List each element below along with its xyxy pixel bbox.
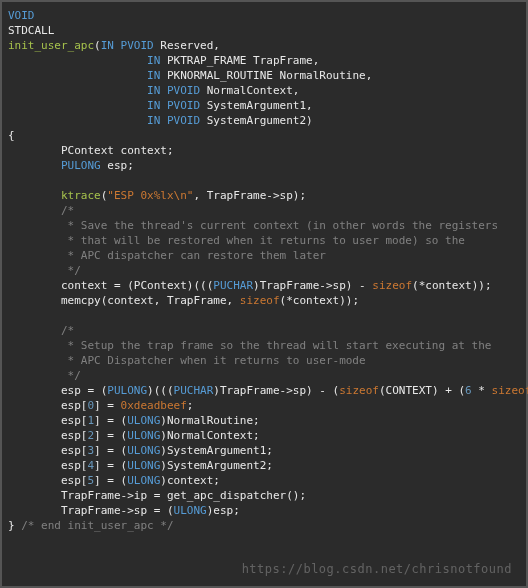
code-token: * that will be restored when it returns … [8,234,465,247]
code-line: ktrace("ESP 0x%lx\n", TrapFrame->sp); [8,189,306,202]
code-line: IN PKTRAP_FRAME TrapFrame, [8,54,319,67]
code-token: esp = ( [8,384,107,397]
code-token: (context, TrapFrame, [101,294,240,307]
code-token: "ESP 0x%lx\n" [107,189,193,202]
code-token: SystemArgument1, [200,99,313,112]
code-token: Reserved, [154,39,220,52]
code-token: ULONG [127,459,160,472]
code-token: ] = ( [94,429,127,442]
code-token: ] = ( [94,414,127,427]
code-token: )esp; [207,504,240,517]
code-token: get_apc_dispatcher [167,489,286,502]
code-line: esp[2] = (ULONG)NormalContext; [8,429,260,442]
code-token: context = (PContext)((( [8,279,213,292]
code-token: * [472,384,492,397]
code-token [8,309,15,322]
code-block: VOID STDCALL init_user_apc(IN PVOID Rese… [8,8,520,533]
code-line: TrapFrame->sp = (ULONG)esp; [8,504,240,517]
code-token: (*context)); [280,294,359,307]
code-line: context = (PContext)(((PUCHAR)TrapFrame-… [8,279,492,292]
code-line: } /* end init_user_apc */ [8,519,174,532]
code-token: esp[ [8,474,87,487]
code-token: )NormalContext; [160,429,259,442]
code-line: IN PVOID SystemArgument2) [8,114,313,127]
code-token [8,189,61,202]
code-line: * Setup the trap frame so the thread wil… [8,339,491,352]
code-token: TrapFrame->ip = [8,489,167,502]
code-token: )TrapFrame->sp) - ( [213,384,339,397]
code-token: init_user_apc [8,39,94,52]
code-editor-frame: { "colors": { "type": "#569cd6", "kw_in"… [0,0,528,588]
code-token: PVOID [121,39,154,52]
code-token: IN [147,69,167,82]
code-token: IN [101,39,121,52]
code-token: * Save the thread's current context (in … [8,219,498,232]
code-token: } [8,519,21,532]
code-line: { [8,129,15,142]
code-token: )SystemArgument1; [160,444,273,457]
code-token [8,114,147,127]
code-token: )NormalRoutine; [160,414,259,427]
code-token: ULONG [127,414,160,427]
code-token: { [8,129,15,142]
code-token: )SystemArgument2; [160,459,273,472]
code-token: VOID [8,9,35,22]
code-token [8,69,147,82]
code-token: , TrapFrame->sp); [193,189,306,202]
code-line: */ [8,264,81,277]
code-token: PULONG [107,384,147,397]
code-token: sizeof [240,294,280,307]
code-token [8,159,61,172]
code-token: /* end init_user_apc */ [21,519,173,532]
code-token: sizeof [492,384,528,397]
code-line: * Save the thread's current context (in … [8,219,498,232]
code-line: /* [8,204,74,217]
code-token: (*context)); [412,279,491,292]
code-line: init_user_apc(IN PVOID Reserved, [8,39,220,52]
code-line: esp[3] = (ULONG)SystemArgument1; [8,444,273,457]
code-token: STDCALL [8,24,54,37]
code-token: ULONG [127,474,160,487]
code-token: /* [8,204,74,217]
code-token: * APC dispatcher can restore them later [8,249,326,262]
code-token: ktrace [61,189,101,202]
code-token: * Setup the trap frame so the thread wil… [8,339,491,352]
code-token: 6 [465,384,472,397]
code-token: ; [187,399,194,412]
code-token: ] = [94,399,121,412]
code-token: */ [8,369,81,382]
code-token: ( [94,39,101,52]
code-line: */ [8,369,81,382]
code-token: PKNORMAL_ROUTINE NormalRoutine, [167,69,372,82]
code-token: esp[ [8,414,87,427]
code-line: PContext context; [8,144,174,157]
code-line: esp[0] = 0xdeadbeef; [8,399,193,412]
code-line: TrapFrame->ip = get_apc_dispatcher(); [8,489,306,502]
code-line: * that will be restored when it returns … [8,234,465,247]
code-token: */ [8,264,81,277]
code-line: esp = (PULONG)(((PUCHAR)TrapFrame->sp) -… [8,384,528,397]
code-token: esp[ [8,444,87,457]
code-line: IN PVOID SystemArgument1, [8,99,313,112]
code-token: PContext context; [8,144,174,157]
code-token: IN [147,54,167,67]
code-line: memcpy(context, TrapFrame, sizeof(*conte… [8,294,359,307]
code-token: SystemArgument2) [200,114,313,127]
code-line: IN PKNORMAL_ROUTINE NormalRoutine, [8,69,372,82]
code-token: ULONG [127,429,160,442]
code-token: PVOID [167,114,200,127]
code-line: * APC Dispatcher when it returns to user… [8,354,366,367]
code-token [8,54,147,67]
code-token: ULONG [127,444,160,457]
code-token: esp[ [8,459,87,472]
code-token: IN [147,84,167,97]
code-token: PVOID [167,84,200,97]
code-token: PKTRAP_FRAME TrapFrame, [167,54,319,67]
code-token: (); [286,489,306,502]
code-line: IN PVOID NormalContext, [8,84,299,97]
code-token: memcpy [61,294,101,307]
code-token: NormalContext, [200,84,299,97]
code-token: PVOID [167,99,200,112]
code-token: sizeof [372,279,412,292]
code-line: * APC dispatcher can restore them later [8,249,326,262]
